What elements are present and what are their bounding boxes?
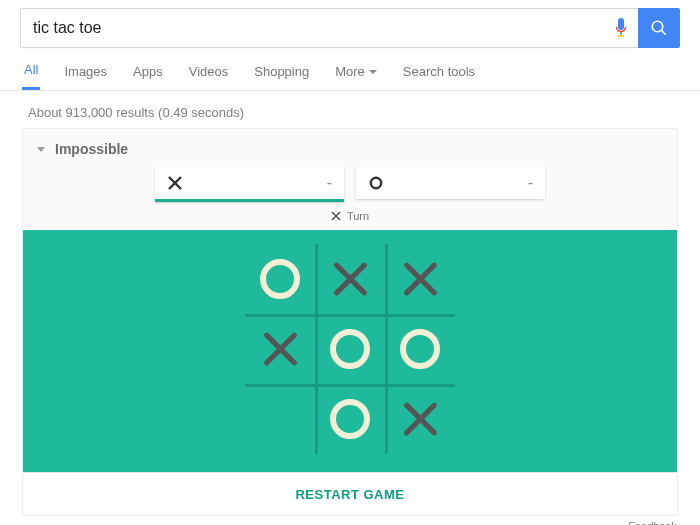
- tab-images[interactable]: Images: [62, 64, 109, 89]
- svg-point-4: [371, 178, 381, 188]
- difficulty-selector[interactable]: Impossible: [55, 141, 128, 157]
- board-cell-0-1: [315, 244, 385, 314]
- turn-label: Turn: [347, 210, 369, 222]
- score-o-box[interactable]: -: [356, 167, 545, 199]
- x-icon: [167, 175, 183, 191]
- board-cell-2-0[interactable]: [245, 384, 315, 454]
- x-mark: [400, 259, 440, 299]
- board-cell-0-2: [385, 244, 455, 314]
- board-cell-1-0: [245, 314, 315, 384]
- feedback-link[interactable]: Feedback: [0, 516, 700, 525]
- score-o-value: -: [528, 174, 533, 192]
- score-row: - -: [23, 167, 677, 210]
- x-mark: [330, 259, 370, 299]
- tab-all[interactable]: All: [22, 62, 40, 90]
- o-mark: [260, 259, 300, 299]
- tab-apps[interactable]: Apps: [131, 64, 165, 89]
- x-mark: [260, 329, 300, 369]
- restart-button[interactable]: RESTART GAME: [295, 487, 404, 502]
- restart-row: RESTART GAME: [23, 472, 677, 515]
- voice-search-icon[interactable]: [604, 18, 638, 38]
- board-cell-1-2: [385, 314, 455, 384]
- game-board: [245, 244, 455, 454]
- tab-more[interactable]: More: [333, 64, 379, 89]
- tab-shopping[interactable]: Shopping: [252, 64, 311, 89]
- search-box[interactable]: [20, 8, 638, 48]
- search-tabs: All Images Apps Videos Shopping More Sea…: [0, 62, 700, 91]
- o-icon: [368, 175, 384, 191]
- o-mark: [330, 329, 370, 369]
- board-cell-2-1: [315, 384, 385, 454]
- o-mark: [330, 399, 370, 439]
- board-cell-1-1: [315, 314, 385, 384]
- tictactoe-card: Impossible - - Turn: [22, 128, 678, 516]
- chevron-down-icon: [369, 70, 377, 74]
- score-x-value: -: [327, 174, 332, 192]
- svg-point-0: [652, 21, 663, 32]
- chevron-down-icon[interactable]: [37, 147, 45, 152]
- board-cell-2-2: [385, 384, 455, 454]
- x-icon: [331, 211, 341, 221]
- tab-videos[interactable]: Videos: [187, 64, 231, 89]
- o-mark: [400, 329, 440, 369]
- board-cell-0-0: [245, 244, 315, 314]
- result-stats: About 913,000 results (0.49 seconds): [0, 91, 700, 128]
- board-area: [23, 230, 677, 472]
- search-input[interactable]: [21, 19, 604, 37]
- score-x-box[interactable]: -: [155, 167, 344, 202]
- search-icon: [650, 19, 668, 37]
- x-mark: [400, 399, 440, 439]
- search-button[interactable]: [638, 8, 680, 48]
- search-tools[interactable]: Search tools: [401, 64, 477, 89]
- svg-line-1: [661, 30, 666, 35]
- turn-indicator: Turn: [23, 210, 677, 230]
